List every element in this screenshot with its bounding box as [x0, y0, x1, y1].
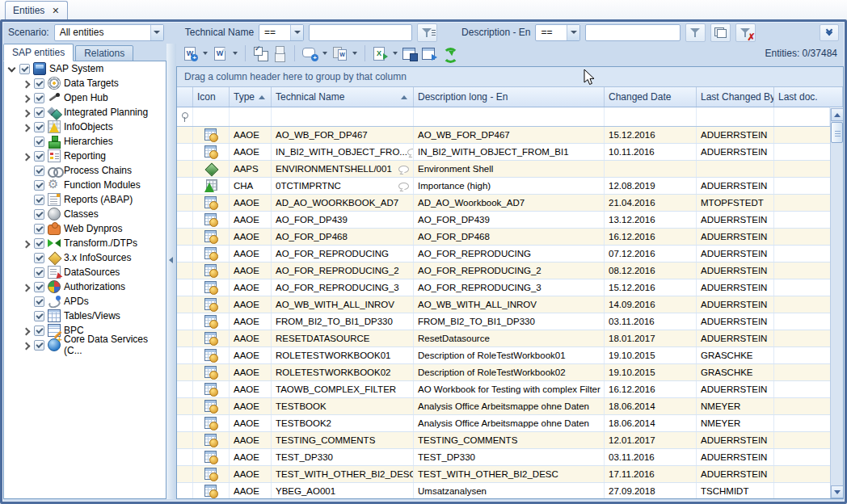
table-row[interactable]: AAOEAO_FOR_REPRODUCING_2AO_FOR_REPRODUCI…: [177, 262, 830, 279]
chevron-down-icon[interactable]: [150, 25, 163, 40]
table-row[interactable]: AAOETESTBOOKAnalysis Office Arbeitsmappe…: [177, 398, 830, 415]
deselect-all-button[interactable]: [271, 44, 289, 63]
tree-item[interactable]: Hierarchies: [4, 134, 166, 149]
scroll-down-button[interactable]: [831, 485, 844, 498]
add-comment-button-dropdown[interactable]: [320, 44, 329, 63]
checkbox-checked[interactable]: [19, 64, 30, 74]
description-filter-input[interactable]: [585, 24, 681, 41]
expander-open-icon[interactable]: [7, 65, 16, 74]
table-row[interactable]: AAOETAOWB_COMPLEX_FILTERAO Workbook for …: [177, 381, 830, 398]
table-row[interactable]: AAOETESTING_COMMENTSTESTING_COMMENTS12.0…: [177, 432, 830, 449]
expander-closed-icon[interactable]: [22, 94, 31, 103]
expander-closed-icon[interactable]: [22, 79, 31, 88]
checkbox-checked[interactable]: [34, 195, 44, 205]
row-indicator-cell[interactable]: [177, 212, 193, 228]
copy-to-word-button-dropdown[interactable]: [350, 44, 359, 63]
export-word-button-dropdown[interactable]: [200, 44, 209, 63]
row-indicator-cell[interactable]: [177, 161, 193, 177]
table-row[interactable]: AAOEYBEG_AO001Umsatzanalysen27.09.2018TS…: [177, 483, 830, 499]
export-excel-button-dropdown[interactable]: [390, 44, 399, 63]
tree-item[interactable]: APDs: [4, 294, 166, 309]
column-header-type[interactable]: Type: [230, 87, 272, 107]
group-by-bar[interactable]: Drag a column header here to group by th…: [177, 67, 843, 87]
table-row[interactable]: AAPSENVIRONMENTSHELL/001Environment Shel…: [177, 161, 830, 178]
tree-item[interactable]: DataSources: [4, 265, 166, 279]
row-indicator-cell[interactable]: [177, 246, 193, 262]
table-row[interactable]: AAOEAO_FOR_REPRODUCING_3AO_FOR_REPRODUCI…: [177, 279, 830, 296]
comment-bubble-icon[interactable]: [398, 183, 409, 190]
expander-closed-icon[interactable]: [22, 326, 31, 335]
checkbox-checked[interactable]: [34, 282, 44, 292]
row-indicator-cell[interactable]: [177, 279, 193, 296]
column-header-technical-name[interactable]: Technical Name: [272, 87, 414, 107]
chevron-down-icon[interactable]: [567, 25, 579, 40]
table-row[interactable]: AAOEAD_AO_WOORKBOOK_AD7AD_AO_Woorkbook_A…: [177, 195, 830, 212]
table-row[interactable]: AAOEAO_WB_WITH_ALL_INROVAO_WB_WITH_ALL_I…: [177, 296, 830, 313]
filter-row-cell[interactable]: [230, 107, 272, 126]
tab-relations[interactable]: Relations: [75, 45, 133, 61]
checkbox-checked[interactable]: [34, 122, 44, 132]
tab-entities[interactable]: Entities ✕: [5, 1, 68, 19]
checkbox-checked[interactable]: [34, 166, 44, 176]
filter-manager-button[interactable]: [710, 23, 731, 42]
table-row[interactable]: AAOEIN_BI2_WITH_OBJECT_FRO...IN_BI2_WITH…: [177, 144, 830, 161]
filter-row-cell[interactable]: [697, 107, 774, 126]
tree-item[interactable]: Tables/Views: [4, 309, 166, 323]
checkbox-checked[interactable]: [34, 311, 44, 321]
table-row[interactable]: AAOEROLETESTWORKBOOK01Description of Rol…: [177, 347, 830, 364]
clear-filter-button[interactable]: ✗: [735, 23, 756, 42]
filter-row-cell[interactable]: [193, 107, 230, 126]
copy-to-word-button[interactable]: [331, 44, 348, 63]
scrollbar-thumb[interactable]: [831, 122, 843, 143]
export-word-button[interactable]: [181, 44, 199, 63]
tree-item[interactable]: Open Hub: [4, 90, 166, 105]
grid-filter-row[interactable]: [177, 107, 830, 127]
table-row[interactable]: AAOEFROM_BI2_TO_BI1_DP330FROM_BI2_TO_BI1…: [177, 313, 830, 330]
filter-row-cell[interactable]: [774, 107, 830, 126]
tab-sap-entities[interactable]: SAP entities: [3, 44, 74, 61]
comment-bubble-icon[interactable]: [407, 149, 414, 156]
checkbox-checked[interactable]: [34, 136, 44, 147]
table-row[interactable]: AAOEROLETESTWORKBOOK02Description of Rol…: [177, 364, 830, 381]
export-excel-button[interactable]: [371, 44, 389, 63]
tree-item[interactable]: Data Targets: [4, 76, 166, 90]
checkbox-checked[interactable]: [34, 267, 44, 278]
table-row[interactable]: CHA0TCTIMPRTNCImportance (high)12.08.201…: [177, 178, 830, 195]
expander-closed-icon[interactable]: [22, 108, 31, 117]
checkbox-checked[interactable]: [34, 78, 44, 89]
row-indicator-cell[interactable]: [177, 483, 193, 499]
refresh-button[interactable]: [440, 44, 457, 63]
tree-item[interactable]: InfoObjects: [4, 120, 166, 134]
tree-item[interactable]: Process Chains: [4, 163, 166, 178]
collapse-panel-icon[interactable]: [169, 257, 173, 263]
row-indicator-cell[interactable]: [177, 144, 193, 160]
filter-row-cell[interactable]: [605, 107, 697, 126]
technical-name-operator-select[interactable]: ==: [259, 24, 304, 41]
select-all-button[interactable]: [251, 44, 269, 63]
row-indicator-cell[interactable]: [177, 330, 193, 346]
scroll-up-button[interactable]: [831, 108, 844, 121]
row-indicator-cell[interactable]: [177, 415, 193, 431]
column-header-changed-date[interactable]: Changed Date: [605, 87, 697, 107]
tree-item[interactable]: Function Modules: [4, 178, 166, 192]
expand-filters-button[interactable]: [820, 24, 839, 41]
row-indicator-cell[interactable]: [177, 466, 193, 482]
checkbox-checked[interactable]: [34, 238, 44, 249]
open-word-button[interactable]: [211, 44, 229, 63]
row-indicator-cell[interactable]: [177, 347, 193, 363]
checkbox-checked[interactable]: [34, 224, 44, 234]
tree-item-root[interactable]: SAP System: [4, 61, 166, 76]
filter-row-cell[interactable]: [272, 107, 414, 126]
row-indicator-cell[interactable]: [177, 229, 193, 245]
table-row[interactable]: AAOETEST_WITH_OTHER_BI2_DESCTEST_WITH_OT…: [177, 466, 830, 483]
row-indicator-cell[interactable]: [177, 178, 193, 194]
expander-closed-icon[interactable]: [22, 152, 31, 161]
checkbox-checked[interactable]: [34, 326, 44, 336]
row-indicator-cell[interactable]: [177, 398, 193, 414]
tree-item[interactable]: Web Dynpros: [4, 221, 166, 236]
row-indicator-cell[interactable]: [177, 364, 193, 380]
column-header-description-long-en[interactable]: Description long - En: [414, 87, 605, 107]
tree-item[interactable]: Integrated Planning: [4, 105, 166, 120]
row-indicator-cell[interactable]: [177, 262, 193, 279]
tree-item[interactable]: 3.x InfoSources: [4, 250, 166, 265]
